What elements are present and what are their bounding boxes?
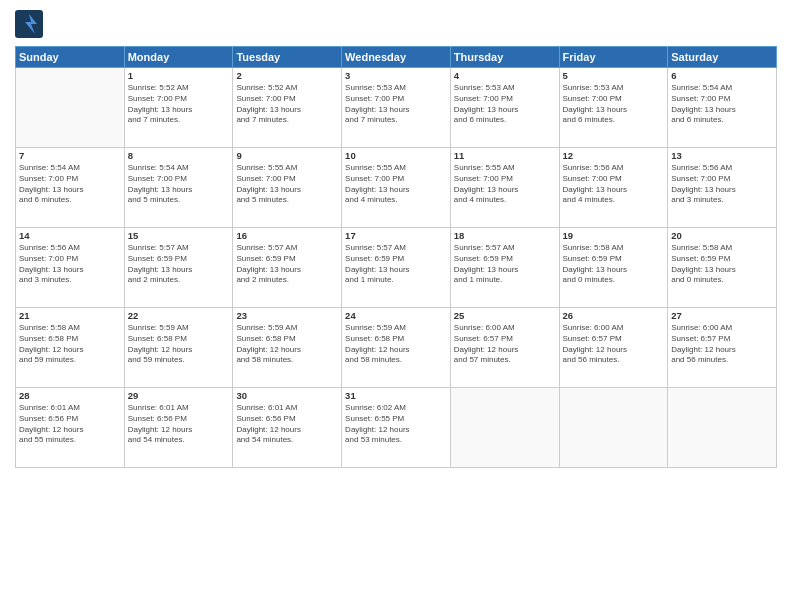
calendar-week-row: 1Sunrise: 5:52 AM Sunset: 7:00 PM Daylig… [16,68,777,148]
calendar-cell: 15Sunrise: 5:57 AM Sunset: 6:59 PM Dayli… [124,228,233,308]
day-info: Sunrise: 6:02 AM Sunset: 6:55 PM Dayligh… [345,403,447,446]
day-info: Sunrise: 5:59 AM Sunset: 6:58 PM Dayligh… [345,323,447,366]
day-info: Sunrise: 5:59 AM Sunset: 6:58 PM Dayligh… [128,323,230,366]
calendar-cell: 24Sunrise: 5:59 AM Sunset: 6:58 PM Dayli… [342,308,451,388]
day-info: Sunrise: 5:53 AM Sunset: 7:00 PM Dayligh… [563,83,665,126]
day-info: Sunrise: 6:00 AM Sunset: 6:57 PM Dayligh… [671,323,773,366]
day-number: 26 [563,310,665,321]
day-info: Sunrise: 5:57 AM Sunset: 6:59 PM Dayligh… [454,243,556,286]
day-info: Sunrise: 5:54 AM Sunset: 7:00 PM Dayligh… [128,163,230,206]
day-number: 19 [563,230,665,241]
calendar-cell: 17Sunrise: 5:57 AM Sunset: 6:59 PM Dayli… [342,228,451,308]
day-number: 15 [128,230,230,241]
day-info: Sunrise: 6:00 AM Sunset: 6:57 PM Dayligh… [454,323,556,366]
day-number: 12 [563,150,665,161]
day-number: 14 [19,230,121,241]
day-number: 24 [345,310,447,321]
weekday-header: Tuesday [233,47,342,68]
day-number: 2 [236,70,338,81]
logo [15,10,47,38]
day-info: Sunrise: 5:58 AM Sunset: 6:59 PM Dayligh… [671,243,773,286]
day-info: Sunrise: 6:01 AM Sunset: 6:56 PM Dayligh… [236,403,338,446]
day-info: Sunrise: 5:54 AM Sunset: 7:00 PM Dayligh… [19,163,121,206]
calendar-cell: 22Sunrise: 5:59 AM Sunset: 6:58 PM Dayli… [124,308,233,388]
day-number: 27 [671,310,773,321]
day-info: Sunrise: 5:56 AM Sunset: 7:00 PM Dayligh… [671,163,773,206]
day-info: Sunrise: 5:53 AM Sunset: 7:00 PM Dayligh… [345,83,447,126]
calendar-body: 1Sunrise: 5:52 AM Sunset: 7:00 PM Daylig… [16,68,777,468]
calendar-table: SundayMondayTuesdayWednesdayThursdayFrid… [15,46,777,468]
day-info: Sunrise: 5:58 AM Sunset: 6:58 PM Dayligh… [19,323,121,366]
calendar-cell: 5Sunrise: 5:53 AM Sunset: 7:00 PM Daylig… [559,68,668,148]
day-info: Sunrise: 5:59 AM Sunset: 6:58 PM Dayligh… [236,323,338,366]
calendar-cell: 26Sunrise: 6:00 AM Sunset: 6:57 PM Dayli… [559,308,668,388]
day-number: 29 [128,390,230,401]
day-info: Sunrise: 6:00 AM Sunset: 6:57 PM Dayligh… [563,323,665,366]
day-info: Sunrise: 5:56 AM Sunset: 7:00 PM Dayligh… [563,163,665,206]
calendar-cell [668,388,777,468]
day-info: Sunrise: 5:57 AM Sunset: 6:59 PM Dayligh… [345,243,447,286]
calendar-cell: 11Sunrise: 5:55 AM Sunset: 7:00 PM Dayli… [450,148,559,228]
day-number: 13 [671,150,773,161]
day-info: Sunrise: 5:52 AM Sunset: 7:00 PM Dayligh… [236,83,338,126]
calendar-cell: 29Sunrise: 6:01 AM Sunset: 6:56 PM Dayli… [124,388,233,468]
day-info: Sunrise: 5:56 AM Sunset: 7:00 PM Dayligh… [19,243,121,286]
day-info: Sunrise: 5:57 AM Sunset: 6:59 PM Dayligh… [128,243,230,286]
weekday-header: Friday [559,47,668,68]
calendar-cell: 20Sunrise: 5:58 AM Sunset: 6:59 PM Dayli… [668,228,777,308]
calendar-week-row: 28Sunrise: 6:01 AM Sunset: 6:56 PM Dayli… [16,388,777,468]
day-number: 8 [128,150,230,161]
day-number: 21 [19,310,121,321]
calendar-cell: 1Sunrise: 5:52 AM Sunset: 7:00 PM Daylig… [124,68,233,148]
calendar-cell: 6Sunrise: 5:54 AM Sunset: 7:00 PM Daylig… [668,68,777,148]
weekday-header: Saturday [668,47,777,68]
calendar-cell: 21Sunrise: 5:58 AM Sunset: 6:58 PM Dayli… [16,308,125,388]
day-number: 18 [454,230,556,241]
calendar-cell: 12Sunrise: 5:56 AM Sunset: 7:00 PM Dayli… [559,148,668,228]
day-info: Sunrise: 5:52 AM Sunset: 7:00 PM Dayligh… [128,83,230,126]
day-number: 17 [345,230,447,241]
calendar-cell: 7Sunrise: 5:54 AM Sunset: 7:00 PM Daylig… [16,148,125,228]
header [15,10,777,38]
calendar-cell: 23Sunrise: 5:59 AM Sunset: 6:58 PM Dayli… [233,308,342,388]
day-number: 3 [345,70,447,81]
day-info: Sunrise: 5:55 AM Sunset: 7:00 PM Dayligh… [454,163,556,206]
main-container: SundayMondayTuesdayWednesdayThursdayFrid… [0,0,792,478]
day-number: 23 [236,310,338,321]
calendar-cell: 13Sunrise: 5:56 AM Sunset: 7:00 PM Dayli… [668,148,777,228]
day-info: Sunrise: 5:54 AM Sunset: 7:00 PM Dayligh… [671,83,773,126]
calendar-cell [559,388,668,468]
day-number: 5 [563,70,665,81]
calendar-cell: 27Sunrise: 6:00 AM Sunset: 6:57 PM Dayli… [668,308,777,388]
calendar-header: SundayMondayTuesdayWednesdayThursdayFrid… [16,47,777,68]
calendar-cell: 2Sunrise: 5:52 AM Sunset: 7:00 PM Daylig… [233,68,342,148]
calendar-cell: 3Sunrise: 5:53 AM Sunset: 7:00 PM Daylig… [342,68,451,148]
day-number: 9 [236,150,338,161]
calendar-cell: 8Sunrise: 5:54 AM Sunset: 7:00 PM Daylig… [124,148,233,228]
day-number: 11 [454,150,556,161]
day-number: 28 [19,390,121,401]
day-info: Sunrise: 5:53 AM Sunset: 7:00 PM Dayligh… [454,83,556,126]
logo-icon [15,10,43,38]
weekday-header: Wednesday [342,47,451,68]
calendar-cell: 16Sunrise: 5:57 AM Sunset: 6:59 PM Dayli… [233,228,342,308]
calendar-cell: 4Sunrise: 5:53 AM Sunset: 7:00 PM Daylig… [450,68,559,148]
day-info: Sunrise: 5:57 AM Sunset: 6:59 PM Dayligh… [236,243,338,286]
calendar-week-row: 21Sunrise: 5:58 AM Sunset: 6:58 PM Dayli… [16,308,777,388]
day-number: 7 [19,150,121,161]
day-info: Sunrise: 6:01 AM Sunset: 6:56 PM Dayligh… [19,403,121,446]
calendar-cell: 18Sunrise: 5:57 AM Sunset: 6:59 PM Dayli… [450,228,559,308]
day-number: 6 [671,70,773,81]
weekday-header: Thursday [450,47,559,68]
header-row: SundayMondayTuesdayWednesdayThursdayFrid… [16,47,777,68]
day-info: Sunrise: 5:58 AM Sunset: 6:59 PM Dayligh… [563,243,665,286]
day-number: 16 [236,230,338,241]
day-number: 25 [454,310,556,321]
day-number: 1 [128,70,230,81]
calendar-cell: 10Sunrise: 5:55 AM Sunset: 7:00 PM Dayli… [342,148,451,228]
day-number: 31 [345,390,447,401]
calendar-cell [450,388,559,468]
calendar-cell: 31Sunrise: 6:02 AM Sunset: 6:55 PM Dayli… [342,388,451,468]
calendar-cell [16,68,125,148]
calendar-week-row: 7Sunrise: 5:54 AM Sunset: 7:00 PM Daylig… [16,148,777,228]
